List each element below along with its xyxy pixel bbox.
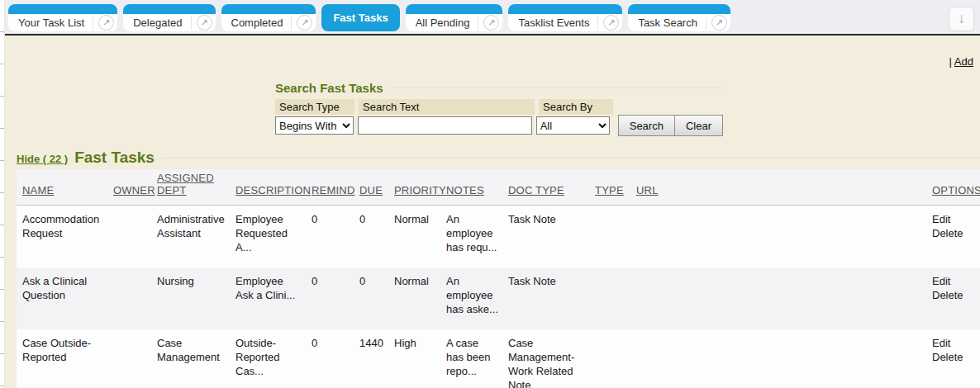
column-sort-link[interactable]: DESCRIPTION [235,184,311,196]
tab-label: Task Search [638,17,697,29]
column-sort-link[interactable]: ASSIGNED DEPT [157,172,214,196]
cell-options: EditDelete [925,206,980,267]
cell-name: Case Outside-Reported [17,329,113,388]
cell-description: Outside-Reported Cas... [235,329,312,388]
tab-separator [93,16,93,31]
cell-priority: Normal [394,206,446,267]
column-header-priority: PRIORITY [394,169,446,206]
tab-top-stripe [508,4,622,14]
search-by-label: Search By [539,99,613,115]
tab-separator [291,16,292,31]
add-separator: | [949,55,951,68]
add-link[interactable]: Add [954,55,973,68]
tab-label: Your Task List [18,17,84,29]
cell-description: Employee Ask a Clini... [235,267,312,329]
column-sort-link[interactable]: REMIND [312,184,354,196]
popout-icon[interactable]: ↗ [98,15,114,31]
cell-url [636,267,925,329]
column-sort-link[interactable]: DUE [359,184,383,196]
cell-remind: 0 [312,206,359,267]
cell-url [636,206,925,267]
tab-separator [597,16,598,31]
tab-completed[interactable]: Completed↗ [221,4,316,31]
search-panel-title: Search Fast Tasks [275,81,383,95]
cell-due: 0 [359,267,394,329]
popout-icon[interactable]: ↗ [711,15,727,31]
column-header-assigned-dept: ASSIGNED DEPT [157,169,235,206]
cell-due: 0 [359,206,394,267]
column-sort-link[interactable]: NAME [22,184,54,196]
cell-notes: An employee has aske... [446,267,508,329]
search-type-label: Search Type [275,99,354,115]
tab-strip: Your Task List↗Delegated↗Completed↗Fast … [8,4,730,31]
search-by-select[interactable]: All [536,116,610,135]
tab-top-stripe [123,4,215,14]
tab-label: Fast Tasks [333,12,388,24]
column-header-description: DESCRIPTION [235,169,312,206]
tab-delegated[interactable]: Delegated↗ [123,4,215,31]
search-panel: Search Fast Tasks Search Type Search Tex… [275,81,723,136]
tab-fast-tasks[interactable]: Fast Tasks [321,4,399,31]
column-sort-link[interactable]: TYPE [595,184,624,196]
popout-icon[interactable]: ↗ [197,15,212,31]
cell-name: Ask a Clinical Question [17,267,113,329]
legend-line [390,88,723,88]
search-button[interactable]: Search [618,115,675,136]
cell-options: EditDelete [925,267,980,329]
screen: Your Task List↗Delegated↗Completed↗Fast … [0,0,980,388]
cell-doc-type: Case Management-Work Related Note [508,329,595,388]
column-sort-link[interactable]: PRIORITY [394,184,446,196]
tab-tasklist-events[interactable]: Tasklist Events↗ [508,4,622,31]
cell-priority: High [394,329,446,388]
column-header-url: URL [636,169,925,206]
tab-label: All Pending [416,17,470,29]
cell-notes: A case has been repo... [446,329,508,388]
popout-icon[interactable]: ↗ [603,15,619,31]
hide-link[interactable]: Hide ( 22 ) [17,153,68,165]
cell-priority: Normal [394,267,446,329]
clear-button[interactable]: Clear [674,115,723,136]
tab-task-search[interactable]: Task Search↗ [628,4,730,31]
table-body: Accommodation RequestAdministrative Assi… [17,206,980,388]
add-toolbar: |Add [949,55,973,68]
popout-icon[interactable]: ↗ [483,15,499,31]
tab-top-stripe [221,4,316,14]
column-header-options: OPTIONS [925,169,980,206]
column-header-notes: NOTES [446,169,508,206]
column-sort-link[interactable]: OPTIONS [932,184,980,196]
list-header: Hide ( 22 ) Fast Tasks [17,149,980,167]
table-row: Case Outside-ReportedCase ManagementOuts… [17,329,980,388]
search-text-input[interactable] [358,116,532,135]
edit-link[interactable]: Edit [932,212,977,226]
table-head: NAMEOWNERASSIGNED DEPTDESCRIPTIONREMINDD… [17,169,980,206]
cell-owner [113,206,157,267]
edit-link[interactable]: Edit [932,336,977,350]
cell-options: EditDelete [925,329,980,388]
column-sort-link[interactable]: DOC TYPE [508,184,564,196]
tab-bar: Your Task List↗Delegated↗Completed↗Fast … [0,0,980,34]
column-header-name: NAME [17,169,113,206]
delete-link[interactable]: Delete [932,226,977,240]
popout-icon[interactable]: ↗ [297,15,312,31]
cell-type [595,267,636,329]
tab-separator [191,16,192,31]
list-legend-line [161,158,980,159]
tab-your-task-list[interactable]: Your Task List↗ [8,4,117,31]
delete-link[interactable]: Delete [932,350,977,364]
column-sort-link[interactable]: URL [636,184,659,196]
column-sort-link[interactable]: OWNER [113,184,155,196]
list-title: Fast Tasks [74,149,155,167]
column-header-doc-type: DOC TYPE [508,169,595,206]
cell-type [595,206,636,267]
cell-type [595,329,636,388]
edit-link[interactable]: Edit [932,274,977,288]
tab-label: Delegated [133,17,182,29]
tabbar-collapse-button[interactable]: ↓ [949,7,974,31]
column-sort-link[interactable]: NOTES [446,184,484,196]
cell-assigned-dept: Case Management [157,329,235,388]
search-type-select[interactable]: Begins With [275,116,354,135]
column-header-owner: OWNER [113,169,157,206]
tab-all-pending[interactable]: All Pending↗ [406,4,503,31]
delete-link[interactable]: Delete [932,288,977,302]
search-labels-row: Search Type Search Text Search By [275,99,723,115]
